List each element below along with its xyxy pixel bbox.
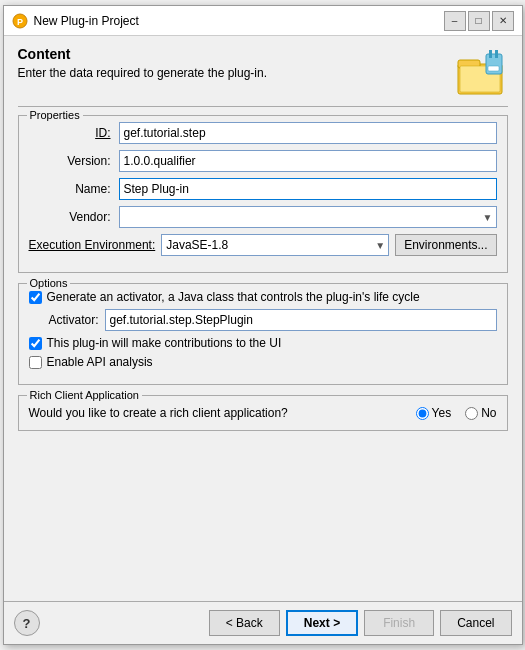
svg-rect-6 — [489, 50, 492, 58]
properties-group-label: Properties — [27, 109, 83, 121]
section-title: Content — [18, 46, 268, 62]
folder-icon — [456, 46, 508, 98]
maximize-button[interactable]: □ — [468, 11, 490, 31]
id-input[interactable] — [119, 122, 497, 144]
exec-env-select-wrapper: JavaSE-1.8 ▼ — [161, 234, 389, 256]
properties-group: Properties ID: Version: Name: Vendor: — [18, 115, 508, 273]
finish-button[interactable]: Finish — [364, 610, 434, 636]
vendor-select-wrapper: ▼ — [119, 206, 497, 228]
button-group: < Back Next > Finish Cancel — [209, 610, 512, 636]
rca-row: Would you like to create a rich client a… — [29, 406, 497, 420]
ui-checkbox[interactable] — [29, 337, 42, 350]
options-group-label: Options — [27, 277, 71, 289]
name-input[interactable] — [119, 178, 497, 200]
id-row: ID: — [29, 122, 497, 144]
svg-rect-7 — [495, 50, 498, 58]
name-row: Name: — [29, 178, 497, 200]
window-title: New Plug-in Project — [34, 14, 139, 28]
rca-group: Rich Client Application Would you like t… — [18, 395, 508, 431]
section-description: Enter the data required to generate the … — [18, 66, 268, 80]
cancel-button[interactable]: Cancel — [440, 610, 511, 636]
close-button[interactable]: ✕ — [492, 11, 514, 31]
options-group: Options Generate an activator, a Java cl… — [18, 283, 508, 385]
header-text: Content Enter the data required to gener… — [18, 46, 268, 88]
api-checkbox-row: Enable API analysis — [29, 355, 497, 369]
activator-checkbox-label: Generate an activator, a Java class that… — [47, 290, 420, 304]
activator-input[interactable] — [105, 309, 497, 331]
radio-no[interactable] — [465, 407, 478, 420]
title-bar-left: P New Plug-in Project — [12, 13, 139, 29]
button-bar: ? < Back Next > Finish Cancel — [4, 601, 522, 644]
title-bar: P New Plug-in Project – □ ✕ — [4, 6, 522, 36]
header-separator — [18, 106, 508, 107]
environments-button[interactable]: Environments... — [395, 234, 496, 256]
activator-checkbox[interactable] — [29, 291, 42, 304]
radio-no-label: No — [465, 406, 496, 420]
window: P New Plug-in Project – □ ✕ Content Ente… — [3, 5, 523, 645]
radio-no-text: No — [481, 406, 496, 420]
svg-text:P: P — [16, 17, 22, 27]
vendor-row: Vendor: ▼ — [29, 206, 497, 228]
name-label: Name: — [29, 182, 119, 196]
version-row: Version: — [29, 150, 497, 172]
api-checkbox-label: Enable API analysis — [47, 355, 153, 369]
svg-rect-8 — [488, 66, 499, 71]
activator-row: Activator: — [49, 309, 497, 331]
plugin-icon: P — [12, 13, 28, 29]
activator-checkbox-row: Generate an activator, a Java class that… — [29, 290, 497, 304]
exec-env-row: Execution Environment: JavaSE-1.8 ▼ Envi… — [29, 234, 497, 256]
radio-yes-text: Yes — [432, 406, 452, 420]
exec-env-label: Execution Environment: — [29, 238, 156, 252]
version-input[interactable] — [119, 150, 497, 172]
api-checkbox[interactable] — [29, 356, 42, 369]
content-area: Content Enter the data required to gener… — [4, 36, 522, 601]
activator-label: Activator: — [49, 313, 99, 327]
title-bar-buttons: – □ ✕ — [444, 11, 514, 31]
radio-yes-label: Yes — [416, 406, 452, 420]
vendor-label: Vendor: — [29, 210, 119, 224]
back-button[interactable]: < Back — [209, 610, 280, 636]
id-label: ID: — [29, 126, 119, 140]
radio-group: Yes No — [416, 406, 497, 420]
rca-group-label: Rich Client Application — [27, 389, 142, 401]
vendor-select[interactable] — [119, 206, 497, 228]
header-row: Content Enter the data required to gener… — [18, 46, 508, 98]
version-label: Version: — [29, 154, 119, 168]
ui-checkbox-label: This plug-in will make contributions to … — [47, 336, 282, 350]
radio-yes[interactable] — [416, 407, 429, 420]
rca-question: Would you like to create a rich client a… — [29, 406, 416, 420]
ui-checkbox-row: This plug-in will make contributions to … — [29, 336, 497, 350]
help-button[interactable]: ? — [14, 610, 40, 636]
minimize-button[interactable]: – — [444, 11, 466, 31]
exec-env-select[interactable]: JavaSE-1.8 — [161, 234, 389, 256]
next-button[interactable]: Next > — [286, 610, 358, 636]
